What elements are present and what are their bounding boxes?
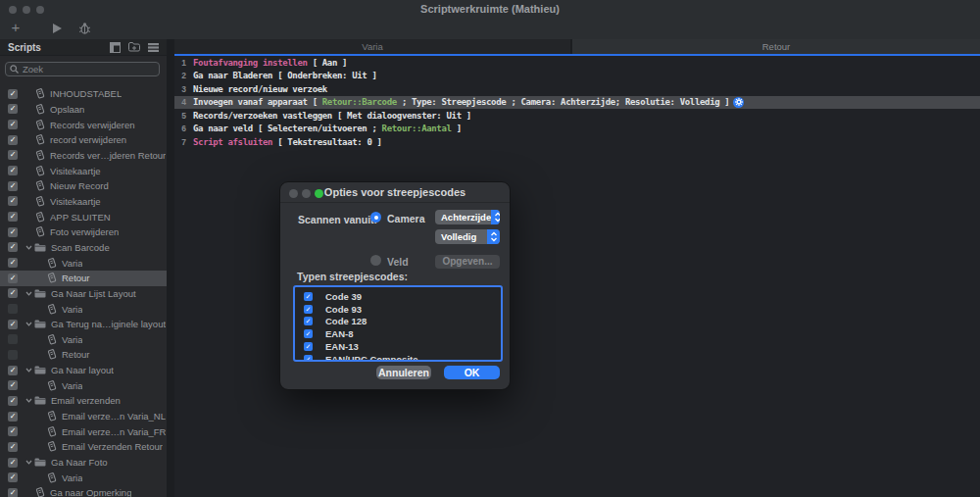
checkbox[interactable]: ✓	[8, 212, 18, 222]
checkbox[interactable]: ✓	[304, 305, 313, 314]
sidebar-folder-row[interactable]: ✓Scan Barcode	[0, 240, 167, 256]
checkbox[interactable]: ✓	[8, 458, 18, 468]
dialog-minimize-button[interactable]	[302, 189, 311, 198]
sidebar-folder-row[interactable]: ✓Ga Naar Foto	[0, 455, 167, 471]
checkbox[interactable]: ✓	[8, 104, 18, 114]
step-options-gear-icon[interactable]	[733, 97, 744, 108]
sidebar-folder-row[interactable]: ✓Ga Terug na…iginele layout	[0, 317, 167, 332]
checkbox[interactable]: ✓	[8, 181, 18, 191]
sidebar-script-row[interactable]: ✓APP SLUITEN	[0, 209, 167, 224]
grid-icon[interactable]	[110, 42, 121, 53]
debug-button[interactable]	[78, 22, 91, 39]
chevron-down-icon[interactable]	[25, 368, 32, 373]
script-line[interactable]: 2Ga naar Bladeren [ Onderbreken: Uit ]	[174, 70, 980, 83]
close-button[interactable]	[9, 6, 17, 14]
checkbox[interactable]: ✓	[8, 258, 18, 268]
checkbox[interactable]: ✓	[8, 166, 18, 175]
run-script-button[interactable]	[53, 24, 62, 33]
sidebar-script-row[interactable]: ✓record verwijderen	[0, 132, 167, 148]
barcode-type-row[interactable]: ✓EAN-8	[295, 327, 501, 340]
checkbox[interactable]: ✓	[8, 320, 18, 329]
barcode-type-row[interactable]: ✓Code 128	[295, 316, 501, 328]
search-box[interactable]	[5, 62, 160, 76]
camera-side-dropdown[interactable]: Achterzijde	[435, 210, 500, 224]
checkbox[interactable]: ✓	[8, 488, 18, 497]
sidebar-script-row[interactable]: Varia	[0, 332, 167, 348]
script-line[interactable]: 7Script afsluiten [ Tekstresultaat: 0 ]	[174, 135, 980, 149]
chevron-down-icon[interactable]	[25, 322, 32, 326]
sidebar-folder-row[interactable]: ✓Email verzenden	[0, 393, 167, 409]
sidebar-script-row[interactable]: ✓Foto verwijderen	[0, 224, 167, 240]
checkbox[interactable]: ✓	[8, 242, 18, 252]
dialog-zoom-button[interactable]	[315, 189, 323, 198]
veld-radio-label[interactable]: Veld	[387, 256, 409, 268]
checkbox[interactable]: ✓	[304, 355, 313, 362]
checkbox[interactable]: ✓	[8, 412, 18, 422]
chevron-down-icon[interactable]	[25, 460, 32, 465]
specify-button[interactable]: Opgeven...	[435, 255, 500, 269]
checkbox[interactable]: ✓	[304, 317, 313, 325]
veld-radio[interactable]	[370, 255, 381, 266]
sidebar-script-row[interactable]: ✓Records ver…jderen Retour	[0, 148, 167, 164]
script-line[interactable]: 3Nieuwe record/nieuw verzoek	[174, 82, 980, 96]
checkbox[interactable]	[8, 334, 18, 344]
panel-divider[interactable]	[167, 39, 174, 497]
sidebar-script-row[interactable]: ✓Email Verzenden Retour	[0, 439, 167, 455]
barcode-type-row[interactable]: ✓EAN-13	[295, 340, 501, 353]
sidebar-script-row[interactable]: Retour	[0, 347, 167, 363]
script-line[interactable]: 5Records/verzoeken vastleggen [ Met dial…	[174, 109, 980, 123]
checkbox[interactable]: ✓	[304, 342, 313, 351]
tab-varia[interactable]: Varia	[174, 39, 570, 54]
checkbox[interactable]: ✓	[8, 366, 18, 375]
checkbox[interactable]	[8, 304, 18, 314]
sidebar-script-row[interactable]: ✓Varia	[0, 470, 167, 485]
camera-radio[interactable]	[370, 212, 381, 223]
search-input[interactable]	[23, 64, 155, 75]
checkbox[interactable]: ✓	[8, 273, 18, 283]
zoom-button[interactable]	[36, 6, 44, 14]
checkbox[interactable]: ✓	[8, 196, 18, 206]
sidebar-folder-row[interactable]: ✓Ga Naar layout	[0, 363, 167, 378]
script-line[interactable]: 6Ga naar veld [ Selecteren/uitvoeren ; R…	[174, 123, 980, 136]
sidebar-script-row[interactable]: ✓Nieuw Record	[0, 178, 167, 194]
barcode-type-row[interactable]: ✓EAN/UPC Composite	[295, 353, 501, 362]
checkbox[interactable]: ✓	[8, 120, 18, 129]
add-script-button[interactable]: +	[8, 19, 24, 35]
checkbox[interactable]: ✓	[8, 227, 18, 237]
sidebar-folder-row[interactable]: ✓Ga Naar Lijst Layout	[0, 286, 167, 302]
minimize-button[interactable]	[23, 6, 30, 14]
sidebar-script-row[interactable]: ✓Opslaan	[0, 102, 167, 118]
checkbox[interactable]: ✓	[8, 426, 18, 436]
checkbox[interactable]: ✓	[8, 442, 18, 452]
chevron-down-icon[interactable]	[25, 291, 32, 296]
barcode-types-list[interactable]: ✓Code 39✓Code 93✓Code 128✓EAN-8✓EAN-13✓E…	[293, 285, 503, 362]
checkbox[interactable]: ✓	[304, 329, 313, 338]
sidebar-script-row[interactable]: ✓Email verze…n Varia_FR	[0, 423, 167, 439]
script-line[interactable]: 4Invoegen vanaf apparaat [ Retour::Barco…	[174, 96, 980, 110]
sidebar-script-row[interactable]: Varia	[0, 301, 167, 317]
sidebar-script-row[interactable]: ✓Visitekaartje	[0, 163, 167, 178]
checkbox[interactable]: ✓	[8, 472, 18, 482]
camera-radio-label[interactable]: Camera	[387, 213, 425, 224]
checkbox[interactable]: ✓	[8, 380, 18, 390]
checkbox[interactable]: ✓	[8, 288, 18, 298]
resolution-dropdown[interactable]: Volledig	[435, 229, 500, 244]
chevron-down-icon[interactable]	[25, 245, 32, 250]
dialog-close-button[interactable]	[289, 189, 298, 198]
tab-retour[interactable]: Retour	[572, 39, 980, 54]
checkbox[interactable]: ✓	[8, 89, 18, 99]
checkbox[interactable]	[8, 350, 18, 360]
checkbox[interactable]: ✓	[304, 292, 313, 301]
menu-icon[interactable]	[148, 43, 159, 52]
cancel-button[interactable]: Annuleren	[376, 366, 431, 379]
checkbox[interactable]: ✓	[8, 150, 18, 160]
barcode-type-row[interactable]: ✓Code 93	[295, 303, 501, 316]
script-line[interactable]: 1Foutafvanging instellen [ Aan ]	[174, 56, 980, 70]
sidebar-script-row[interactable]: ✓Varia	[0, 377, 167, 393]
chevron-down-icon[interactable]	[25, 398, 32, 403]
barcode-type-row[interactable]: ✓Code 39	[295, 290, 501, 303]
checkbox[interactable]: ✓	[8, 135, 18, 145]
checkbox[interactable]: ✓	[8, 396, 18, 406]
sidebar-script-row[interactable]: ✓INHOUDSTABEL	[0, 86, 167, 102]
new-folder-icon[interactable]	[128, 42, 140, 52]
